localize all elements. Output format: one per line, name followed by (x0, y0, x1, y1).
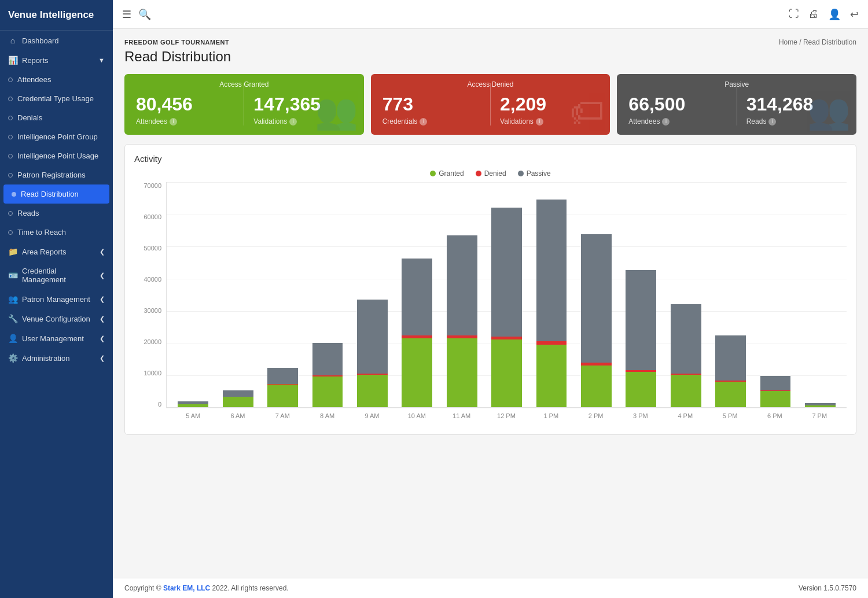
sidebar-dot (8, 116, 13, 120)
sidebar-section-user-management[interactable]: 👤User Management❮ (0, 328, 113, 348)
stat-passive-attendees-block: 66,500 Attendees i (628, 94, 727, 125)
x-label: 3 PM (618, 409, 663, 425)
info-icon-cred[interactable]: i (420, 118, 427, 125)
info-icon-pa[interactable]: i (662, 118, 670, 125)
legend-dot (518, 171, 524, 176)
breadcrumb: Home / Read Distribution (779, 38, 856, 46)
bar-passive (760, 376, 791, 390)
sidebar-item-credential-type-usage[interactable]: Credential Type Usage (0, 89, 113, 108)
bar-passive (581, 234, 612, 363)
bar-passive (491, 208, 522, 336)
legend-item-passive: Passive (518, 169, 551, 178)
logout-icon[interactable]: ↩ (850, 8, 859, 21)
x-label: 11 AM (439, 409, 484, 425)
legend-item-denied: Denied (476, 169, 506, 178)
sidebar-section-venue-configuration[interactable]: 🔧Venue Configuration❮ (0, 309, 113, 328)
bar-group-6-PM (753, 182, 797, 407)
sidebar-item-denials[interactable]: Denials (0, 108, 113, 127)
bar-group-8-AM (306, 182, 349, 407)
bar-stack (626, 270, 656, 407)
bar-group-5-PM (709, 182, 752, 407)
chevron-icon: ❮ (100, 272, 105, 279)
stat-credentials-block: 773 Credentials i (382, 94, 481, 125)
sidebar-item-patron-registrations[interactable]: Patron Registrations (0, 165, 113, 184)
y-label: 10000 (144, 370, 161, 376)
bar-passive (267, 368, 298, 384)
bar-passive (402, 259, 432, 335)
bar-group-11-AM (440, 182, 483, 407)
sidebar-section-area-reports[interactable]: 📁Area Reports❮ (0, 242, 113, 261)
breadcrumb-home[interactable]: Home (779, 38, 797, 46)
sidebar-section-patron-management[interactable]: 👥Patron Management❮ (0, 289, 113, 309)
user-icon[interactable]: 👤 (828, 8, 841, 21)
chart-card: Activity GrantedDeniedPassive 7000060000… (124, 144, 856, 435)
x-label: 9 AM (350, 409, 394, 425)
info-icon-dval[interactable]: i (536, 118, 543, 125)
y-label: 0 (158, 401, 161, 408)
sidebar-dot (8, 173, 13, 178)
chevron-icon: ❮ (100, 315, 105, 323)
menu-icon[interactable]: ☰ (122, 8, 131, 21)
chart-container: 700006000050000400003000020000100000 5 A… (134, 182, 847, 425)
passive-attendees-label: Attendees i (628, 117, 727, 125)
passive-people-icon-bg: 👥 (807, 91, 851, 132)
topbar: ☰ 🔍 ⛶ 🖨 👤 ↩ (113, 0, 868, 29)
content-area: FREEDOM GOLF TOURNAMENT Home / Read Dist… (113, 29, 868, 578)
sidebar-dot (8, 97, 13, 101)
venue-configuration-icon: 🔧 (8, 314, 17, 323)
x-label: 4 PM (663, 409, 708, 425)
sidebar-item-attendees[interactable]: Attendees (0, 70, 113, 89)
sidebar-section-credential-management[interactable]: 🪪Credential Management❮ (0, 261, 113, 289)
stat-divider (244, 83, 244, 125)
bar-stack (267, 368, 298, 407)
legend-item-granted: Granted (430, 169, 464, 178)
x-label: 12 PM (484, 409, 528, 425)
breadcrumb-separator: / (799, 38, 803, 46)
bar-group-1-PM (529, 182, 573, 407)
bar-granted (581, 366, 612, 407)
sidebar-item-read-distribution[interactable]: Read Distribution (3, 184, 109, 204)
sidebar-item-intelligence-point-usage[interactable]: Intelligence Point Usage (0, 146, 113, 165)
bar-group-6-AM (216, 182, 259, 407)
breadcrumb-current: Read Distribution (803, 38, 856, 46)
gridline (166, 408, 847, 408)
sidebar-item-reads[interactable]: Reads (0, 204, 113, 223)
chevron-icon: ❮ (100, 248, 105, 256)
sidebar-item-dashboard[interactable]: ⌂ Dashboard (0, 31, 113, 50)
bar-granted (402, 338, 432, 407)
bar-group-7-AM (261, 182, 304, 407)
bar-stack (491, 208, 522, 407)
x-label: 10 AM (395, 409, 439, 425)
tag-icon-bg: 🏷 (569, 92, 604, 132)
info-icon-pr[interactable]: i (768, 118, 776, 125)
print-icon[interactable]: 🖨 (808, 8, 819, 20)
chart-legend: GrantedDeniedPassive (134, 169, 847, 178)
expand-icon[interactable]: ⛶ (789, 8, 799, 20)
bar-stack (447, 235, 477, 407)
bar-granted (626, 372, 656, 407)
x-label: 2 PM (573, 409, 618, 425)
stat-access-granted: Access Granted 80,456 Attendees i 147,36… (124, 74, 364, 135)
bar-group-5-AM (171, 182, 215, 407)
info-icon[interactable]: i (170, 118, 177, 125)
page-title: Read Distribution (124, 49, 856, 65)
bar-group-10-AM (395, 182, 439, 407)
info-icon-val[interactable]: i (289, 118, 297, 125)
sidebar-item-time-to-reach[interactable]: Time to Reach (0, 223, 113, 242)
stats-row: Access Granted 80,456 Attendees i 147,36… (124, 74, 856, 135)
sidebar-item-intelligence-point-group[interactable]: Intelligence Point Group (0, 127, 113, 146)
bar-granted (223, 397, 253, 407)
bar-granted (312, 376, 343, 407)
chevron-icon: ❮ (100, 355, 105, 362)
bar-granted (357, 375, 388, 407)
bar-passive (536, 200, 567, 341)
chart-y-axis: 700006000050000400003000020000100000 (134, 182, 166, 408)
bar-passive (357, 300, 388, 374)
bar-group-12-PM (485, 182, 528, 407)
bar-stack (536, 200, 567, 407)
sidebar-section-reports[interactable]: 📊 Reports ▼ (0, 50, 113, 70)
search-icon[interactable]: 🔍 (138, 8, 151, 21)
access-denied-credentials-label: Credentials i (382, 117, 481, 125)
bar-stack (715, 335, 746, 407)
sidebar-section-administration[interactable]: ⚙️Administration❮ (0, 348, 113, 368)
